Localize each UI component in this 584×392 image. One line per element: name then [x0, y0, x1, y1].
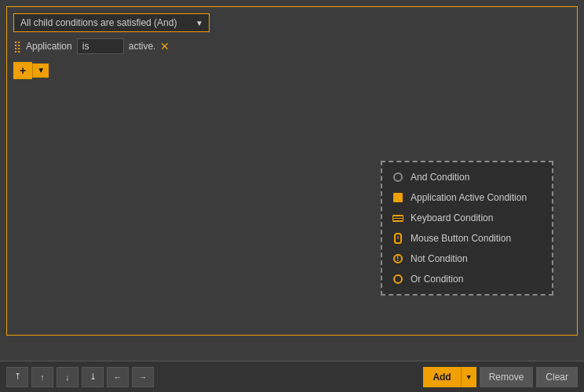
application-active-label: Application Active Condition [411, 192, 527, 203]
menu-item-application-active[interactable]: Application Active Condition [382, 187, 552, 208]
move-bottom-icon: ⤓ [89, 372, 97, 382]
add-row: + ▼ [13, 62, 571, 79]
or-condition-icon [392, 273, 404, 285]
condition-popup-menu: And Condition Application Active Conditi… [381, 161, 553, 296]
not-condition-label: Not Condition [411, 253, 468, 264]
move-left-button[interactable]: ← [107, 367, 129, 387]
not-condition-icon [392, 252, 404, 265]
condition-select-row: All child conditions are satisfied (And)… [13, 13, 571, 32]
move-up-icon: ↑ [40, 372, 45, 382]
bottom-toolbar: ⤒ ↑ ↓ ⤓ ← → Add ▼ Remove Clear [0, 361, 584, 392]
move-right-button[interactable]: → [132, 367, 154, 387]
active-label: active. [129, 41, 156, 52]
move-bottom-button[interactable]: ⤓ [82, 367, 104, 387]
application-label: Application [26, 41, 72, 52]
move-up-button[interactable]: ↑ [31, 367, 53, 387]
application-active-icon [392, 191, 404, 204]
and-condition-icon [392, 171, 404, 183]
move-top-icon: ⤒ [14, 372, 21, 382]
add-button-group: Add ▼ [423, 367, 476, 387]
remove-button[interactable]: Remove [480, 367, 534, 387]
main-condition-select[interactable]: All child conditions are satisfied (And)… [13, 13, 210, 32]
move-top-button[interactable]: ⤒ [6, 367, 28, 387]
add-button-arrow[interactable]: ▼ [461, 367, 476, 387]
application-row: ⣿ Application is is not active. ✕ [13, 38, 571, 54]
move-right-icon: → [139, 372, 148, 382]
keyboard-condition-icon [392, 212, 404, 224]
application-condition-select[interactable]: is is not [77, 38, 124, 54]
menu-item-not-condition[interactable]: Not Condition [382, 249, 552, 269]
menu-item-mouse-button-condition[interactable]: Mouse Button Condition [382, 228, 552, 249]
add-condition-dropdown-button[interactable]: ▼ [32, 64, 49, 78]
menu-item-keyboard-condition[interactable]: Keyboard Condition [382, 208, 552, 228]
condition-select-wrapper: All child conditions are satisfied (And)… [13, 13, 210, 32]
move-left-icon: ← [114, 372, 122, 382]
menu-item-or-condition[interactable]: Or Condition [382, 269, 552, 289]
drag-handle-icon: ⣿ [13, 40, 21, 53]
mouse-button-condition-label: Mouse Button Condition [411, 233, 511, 244]
and-condition-label: And Condition [411, 172, 469, 183]
main-area: All child conditions are satisfied (And)… [0, 0, 584, 361]
mouse-button-condition-icon [392, 232, 404, 245]
condition-container: All child conditions are satisfied (And)… [6, 6, 578, 336]
or-condition-label: Or Condition [411, 274, 463, 285]
add-button[interactable]: Add [423, 367, 460, 387]
clear-button[interactable]: Clear [536, 367, 578, 387]
keyboard-condition-label: Keyboard Condition [411, 212, 493, 223]
delete-condition-button[interactable]: ✕ [160, 41, 170, 52]
move-down-icon: ↓ [65, 372, 70, 382]
menu-item-and-condition[interactable]: And Condition [382, 167, 552, 187]
move-down-button[interactable]: ↓ [57, 367, 78, 387]
add-condition-button[interactable]: + [13, 62, 32, 79]
